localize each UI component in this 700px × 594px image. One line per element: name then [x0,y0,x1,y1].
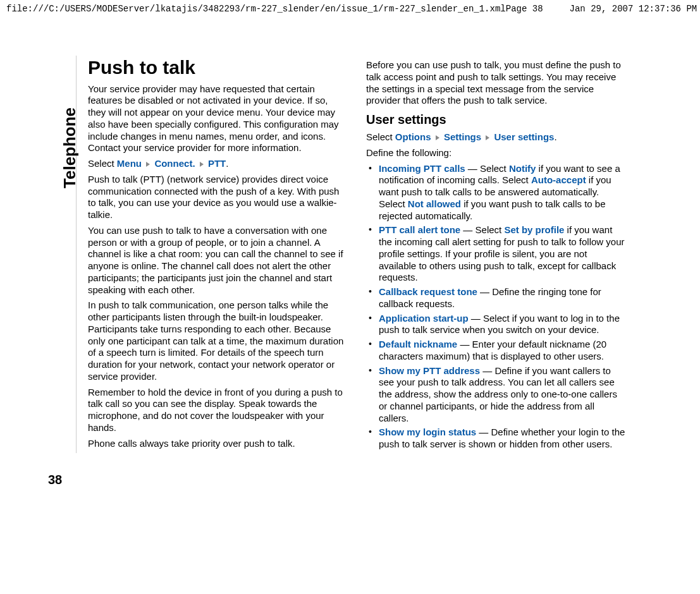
select-path: Select Options Settings User settings. [366,131,625,143]
text: — Select [465,163,509,174]
body-paragraph: In push to talk communication, one perso… [88,300,347,382]
content-columns: Push to talk Your service provider may h… [77,56,675,453]
intro-paragraph: Before you can use push to talk, you mus… [366,59,625,107]
chevron-right-icon [200,162,204,167]
chevron-right-icon [436,135,439,140]
header-timestamp: Jan 29, 2007 12:37:36 PM [570,4,697,14]
setting-term: Show my login status [379,427,476,437]
list-item: Show my PTT address — Define if you want… [366,365,625,425]
setting-term: Show my PTT address [379,365,480,376]
list-item: Default nickname — Enter your default ni… [366,339,625,363]
section-label: Telephone [60,107,80,188]
subheading: User settings [366,112,625,128]
select-path: Select Menu Connect. PTT. [88,158,347,170]
setting-term: Callback request tone [379,286,477,297]
list-item: Application start-up — Select if you wan… [366,313,625,337]
header-page: Page 38 [506,4,543,14]
sidebar: Telephone 38 [44,56,77,453]
print-header: file:///C:/USERS/MODEServer/lkatajis/348… [0,0,700,18]
text: — Select [460,224,504,235]
page-title: Push to talk [88,56,347,80]
column-right: Before you can use push to talk, you mus… [366,56,625,453]
setting-term: Application start-up [379,313,469,324]
menu-item: PTT [208,158,226,169]
setting-option: Notify [509,163,536,174]
select-prefix: Select [88,158,117,169]
setting-option: Not allowed [408,198,461,209]
menu-item: Options [395,131,431,142]
list-item: Incoming PTT calls — Select Notify if yo… [366,163,625,222]
setting-option: Set by profile [504,224,564,235]
setting-term: Incoming PTT calls [379,163,465,174]
chevron-right-icon [146,162,150,167]
list-item: Show my login status — Define whether yo… [366,427,625,451]
setting-term: PTT call alert tone [379,224,460,235]
chevron-right-icon [486,135,489,140]
menu-item: Menu [117,158,142,169]
settings-list: Incoming PTT calls — Select Notify if yo… [366,163,625,451]
body-paragraph: Phone calls always take priority over pu… [88,438,347,450]
column-left: Push to talk Your service provider may h… [88,56,347,453]
page-number: 38 [48,473,62,487]
body-paragraph: You can use push to talk to have a conve… [88,225,347,296]
page-body: Telephone 38 Push to talk Your service p… [0,18,700,466]
list-item: PTT call alert tone — Select Set by prof… [366,224,625,284]
select-prefix: Select [366,131,395,142]
setting-option: Auto-accept [531,174,586,185]
menu-item: User settings [494,131,554,142]
menu-item: Settings [444,131,481,142]
list-item: Callback request tone — Define the ringi… [366,286,625,310]
define-label: Define the following: [366,147,625,159]
setting-term: Default nickname [379,339,457,349]
header-path: file:///C:/USERS/MODEServer/lkatajis/348… [6,4,506,14]
intro-paragraph: Your service provider may have requested… [88,83,347,155]
menu-item: Connect. [154,158,195,169]
body-paragraph: Remember to hold the device in front of … [88,387,347,434]
body-paragraph: Push to talk (PTT) (network service) pro… [88,174,347,221]
header-meta: Page 38 Jan 29, 2007 12:37:36 PM [506,4,697,14]
